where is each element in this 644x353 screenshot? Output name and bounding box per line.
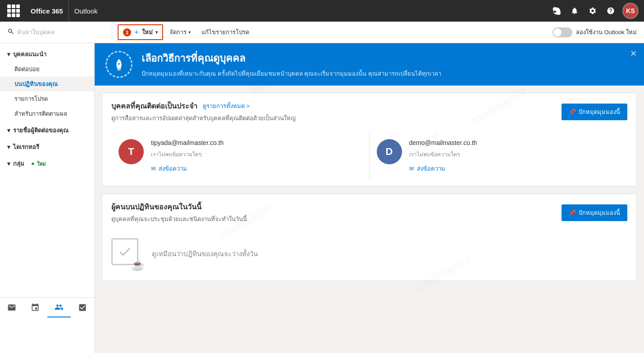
- waffle-dot: [16, 9, 20, 13]
- sidebar-bottom-nav: [0, 297, 94, 317]
- banner-text: เลือกวิธีการที่คุณดูบุคคล ปักหมุดมุมมองท…: [142, 50, 441, 78]
- calendar-header-left: ผู้คนบนปฏิทินของคุณในวันนี้ ดูบุคคลที่คุ…: [111, 201, 247, 224]
- sidebar-section-directory: ▾ ไดเรกทอรี: [0, 140, 94, 154]
- sidebar-section-contacts: ▾ รายชื่อผู้ติดต่อของคุณ: [0, 123, 94, 138]
- user-avatar-button[interactable]: KS: [622, 3, 639, 19]
- contact-card-1: T tipyada@mailmaster.co.th เราไม่พบข้อคว…: [111, 134, 370, 179]
- waffle-dot: [16, 5, 20, 8]
- sidebar-item-favorites[interactable]: รายการโปรด: [0, 91, 94, 106]
- sidebar-recommended-label: บุคคลแนะนำ: [13, 50, 46, 59]
- sidebar-header-contacts[interactable]: ▾ รายชื่อผู้ติดต่อของคุณ: [0, 123, 94, 138]
- new-chevron-icon: ▾: [155, 30, 158, 35]
- toolbar: ค้นหาในบุคคล 1 ＋ ใหม่ ▾ จัดการ ▾ แก้ไขรา…: [0, 22, 644, 43]
- frequent-contacts-subtitle: ดูการสื่อสารและการอัปเดตล่าสุดสำหรับบุคค…: [111, 113, 296, 123]
- sidebar-header-directory[interactable]: ▾ ไดเรกทอรี: [0, 140, 94, 154]
- people-icon-button[interactable]: [47, 298, 71, 317]
- settings-icon-button[interactable]: [585, 3, 601, 19]
- calendar-people-header: ผู้คนบนปฏิทินของคุณในวันนี้ ดูบุคคลที่คุ…: [102, 194, 636, 227]
- send-message-link-2[interactable]: ✉ ส่งข้อความ: [409, 164, 621, 173]
- chevron-down-icon: ▾: [7, 144, 10, 150]
- content-area: mailmaster mailmaster mailmaster mailmas…: [95, 43, 644, 353]
- sidebar-groups-label: กลุ่ม: [13, 159, 24, 168]
- intro-banner: เลือกวิธีการที่คุณดูบุคคล ปักหมุดมุมมองท…: [95, 43, 644, 86]
- view-all-link[interactable]: ดูรายการทั้งหมด >: [203, 101, 250, 111]
- try-outlook-label: ลองใช้งาน Outlook ใหม่: [576, 27, 637, 37]
- pin-icon: 📌: [569, 109, 576, 115]
- chevron-down-icon: ▾: [7, 127, 10, 134]
- calendar-people-card: ผู้คนบนปฏิทินของคุณในวันนี้ ดูบุคคลที่คุ…: [102, 194, 637, 281]
- pin-icon-2: 📌: [569, 209, 576, 216]
- send-label-2: ส่งข้อความ: [417, 164, 445, 173]
- contact-email-1: tipyada@mailmaster.co.th: [151, 139, 362, 146]
- new-group-badge: ✦ ใหม่: [31, 160, 46, 168]
- sidebar-header-groups[interactable]: ▾ กลุ่ม ✦ ใหม่: [0, 156, 94, 171]
- card-title-row: บุคคลที่คุณติดต่อเป็นประจำ ดูรายการทั้งห…: [111, 100, 296, 112]
- new-outlook-toggle[interactable]: [553, 27, 572, 37]
- sidebar-header-recommended[interactable]: ▾ บุคคลแนะนำ: [0, 47, 94, 62]
- waffle-dot: [12, 5, 15, 8]
- contact-avatar-1: T: [119, 139, 144, 164]
- toolbar-divider: [112, 27, 112, 38]
- sidebar-directory-label: ไดเรกทอรี: [13, 142, 39, 152]
- pin-calendar-label: ปักหมุดมุมมองนี้: [579, 208, 620, 217]
- new-button[interactable]: 1 ＋ ใหม่ ▾: [118, 24, 163, 40]
- toggle-thumb: [553, 28, 562, 36]
- search-box: ค้นหาในบุคคล: [7, 27, 106, 37]
- search-icon[interactable]: [7, 28, 14, 37]
- frequent-contacts-header: บุคคลที่คุณติดต่อเป็นประจำ ดูรายการทั้งห…: [102, 93, 636, 127]
- waffle-grid-icon: [7, 5, 20, 17]
- new-badge: 1: [123, 28, 131, 36]
- sidebar-section-groups: ▾ กลุ่ม ✦ ใหม่: [0, 156, 94, 171]
- edit-favorites-button[interactable]: แก้ไขรายการโปรด: [197, 25, 254, 40]
- pin-frequent-label: ปักหมุดมุมมองนี้: [579, 107, 620, 117]
- sidebar-section-recommended: ▾ บุคคลแนะนำ ติดต่อบ่อย บนปฏิทินของคุณ ร…: [0, 47, 94, 121]
- skype-icon-button[interactable]: [548, 3, 565, 19]
- pin-frequent-button[interactable]: 📌 ปักหมุดมุมมองนี้: [562, 104, 627, 120]
- office365-label: Office 365: [25, 0, 69, 22]
- contact-info-1: tipyada@mailmaster.co.th เราไม่พบข้อความ…: [151, 139, 362, 173]
- calendar-empty-text: ดูเหมือนว่าปฏิทินของคุณจะว่างทั้งวัน: [152, 249, 258, 259]
- waffle-dot: [12, 14, 15, 17]
- calendar-people-title: ผู้คนบนปฏิทินของคุณในวันนี้: [111, 201, 247, 213]
- waffle-dot: [12, 9, 15, 13]
- contact-card-2: D demo@mailmaster.co.th เราไม่พบข้อความใ…: [370, 134, 628, 179]
- plus-icon: ＋: [133, 27, 140, 37]
- coffee-icon: ☕: [131, 259, 145, 272]
- banner-rocket-icon: [105, 51, 132, 78]
- notifications-icon-button[interactable]: [566, 3, 583, 19]
- manage-chevron-icon: ▾: [188, 30, 191, 35]
- mail-icon-button[interactable]: [0, 298, 23, 317]
- chevron-down-icon: ▾: [7, 51, 10, 58]
- outlook-label: Outlook: [69, 0, 103, 22]
- chevron-down-icon: ▾: [7, 160, 10, 167]
- waffle-dot: [16, 14, 20, 17]
- banner-close-button[interactable]: ✕: [630, 49, 637, 59]
- sidebar: ▾ บุคคลแนะนำ ติดต่อบ่อย บนปฏิทินของคุณ ร…: [0, 43, 95, 353]
- pin-calendar-button[interactable]: 📌 ปักหมุดมุมมองนี้: [562, 204, 627, 221]
- send-message-link-1[interactable]: ✉ ส่งข้อความ: [151, 164, 362, 173]
- frequent-contacts-card: บุคคลที่คุณติดต่อเป็นประจำ ดูรายการทั้งห…: [102, 93, 637, 186]
- contact-info-2: demo@mailmaster.co.th เราไม่พบข้อความใดๆ…: [409, 139, 621, 173]
- calendar-empty-icon: ☕: [111, 238, 143, 270]
- waffle-dot: [7, 14, 11, 17]
- tasks-icon-button[interactable]: [71, 298, 94, 317]
- frequent-contacts-header-left: บุคคลที่คุณติดต่อเป็นประจำ ดูรายการทั้งห…: [111, 100, 296, 123]
- sidebar-item-calendar[interactable]: บนปฏิทินของคุณ: [0, 77, 94, 91]
- new-group-label: ใหม่: [37, 161, 46, 167]
- manage-button[interactable]: จัดการ ▾: [165, 25, 195, 40]
- waffle-menu-button[interactable]: [5, 3, 22, 19]
- contact-no-message-2: เราไม่พบข้อความใดๆ: [409, 150, 621, 158]
- help-icon-button[interactable]: [603, 3, 619, 19]
- banner-title: เลือกวิธีการที่คุณดูบุคคล: [142, 50, 441, 66]
- sidebar-item-follow[interactable]: สำหรับการติดตามผล: [0, 106, 94, 121]
- main-layout: ▾ บุคคลแนะนำ ติดต่อบ่อย บนปฏิทินของคุณ ร…: [0, 43, 644, 353]
- manage-label: จัดการ: [169, 27, 187, 37]
- nav-left: Office 365 Outlook: [5, 0, 548, 22]
- new-label: ใหม่: [142, 27, 153, 37]
- top-navigation: Office 365 Outlook KS: [0, 0, 644, 22]
- calendar-people-subtitle: ดูบุคคลที่คุณจะประชุมด้วยและชนิดงานที่จะ…: [111, 214, 247, 224]
- sidebar-item-frequent[interactable]: ติดต่อบ่อย: [0, 62, 94, 77]
- calendar-icon-button[interactable]: [23, 298, 47, 317]
- edit-label: แก้ไขรายการโปรด: [201, 27, 249, 37]
- contact-email-2: demo@mailmaster.co.th: [409, 139, 621, 146]
